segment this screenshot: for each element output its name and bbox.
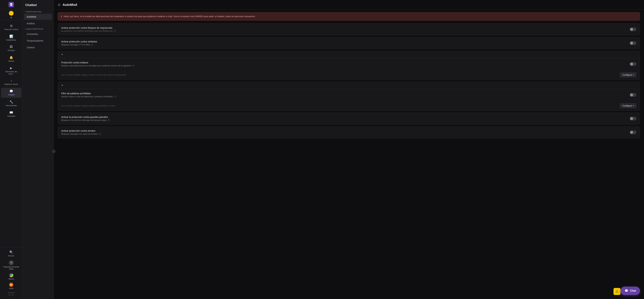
setting-desc-palabras: Mantén limpio tu chat de palabrotas y pa… — [61, 96, 630, 98]
configure-palabras-label: Configure — [622, 104, 632, 107]
faq-icon: ? — [9, 260, 14, 265]
sidebar-nav: ⊞ Panel de Control 📊 Estadísticas 🖼 Over… — [0, 21, 22, 247]
chat-float-label: Chat — [630, 289, 636, 292]
toggle-capslock[interactable] — [630, 28, 636, 31]
toggle-enlaces[interactable] — [630, 62, 636, 66]
chatbot-icon: 💬 — [10, 90, 13, 93]
palabras-desc-text: Mantén limpio tu chat de palabrotas y pa… — [61, 96, 113, 98]
sidebar-label-estadisticas: Estadísticas — [6, 39, 16, 41]
toggle-parrafos[interactable] — [630, 117, 636, 120]
configure-enlaces-button[interactable]: Configure ▾ — [620, 72, 636, 78]
chat-float-button[interactable]: 💬 Chat — [620, 286, 640, 295]
sidebar-item-herramientas[interactable]: 🔧 Herramientas — [1, 98, 22, 108]
sidebar-item-panel-control[interactable]: ⊞ Panel de Control — [1, 22, 22, 32]
enlaces-sub-row: Aún no has añadido ningún enlace a la li… — [58, 70, 640, 80]
main-content: ⊙ AutoMod ℹ Aviso: por favor, no te olvi… — [54, 0, 644, 299]
alert-banner-icon: ℹ — [61, 15, 62, 18]
setting-desc-emotes: Bloquear mensajes con spam de emotes ? — [61, 133, 630, 135]
configure-enlaces-arrow: ▾ — [633, 74, 634, 76]
setting-title-simbolos: Activar protección contra símbolos — [61, 40, 630, 43]
setting-title-emotes: Activar protección contra emotes — [61, 130, 630, 132]
emotes-desc-text: Bloquear mensajes con spam de emotes — [61, 133, 98, 135]
sub-nav-sorteos[interactable]: Sorteos — [24, 44, 52, 50]
palabras-info-icon[interactable]: ? — [114, 96, 116, 98]
lang-label: Idioma — [8, 278, 14, 280]
language-selector[interactable]: 🌐 Idioma — [0, 272, 22, 282]
setting-desc-simbolos: Bloquear mensajes ???!!!!!-filled ? — [61, 44, 630, 46]
enlaces-info-icon[interactable]: ? — [132, 64, 135, 67]
page-header: ⊙ AutoMod — [54, 0, 644, 10]
search-button[interactable]: 🔍 Buscar — [0, 249, 22, 258]
setting-info-capslock: Activar protección contra bloqueo de may… — [61, 26, 630, 32]
sidebar-label-tutoriales: Tutoriales — [7, 115, 15, 117]
parrafos-info-icon[interactable]: ? — [108, 119, 110, 122]
setting-desc-capslock: BLOQUEA A LOS ESPECTADORES QUE ESCRIBEN … — [61, 30, 630, 32]
setting-row-emotes: Activar protección contra emotes Bloquea… — [58, 126, 640, 138]
alert-banner: ℹ Aviso: por favor, no te olvides de dar… — [58, 12, 640, 21]
palabras-sub-row: Aún no has añadido ninguna palabra prohi… — [58, 101, 640, 111]
profile-button[interactable]: ▶ Perfil — [0, 282, 22, 291]
sidebar-label-elementos: Elementos del strea... — [2, 70, 20, 75]
sub-sidebar-title: Chatbot — [23, 0, 54, 10]
setting-info-enlaces: Protección contra enlaces Moderar automá… — [61, 61, 630, 67]
setting-desc-enlaces: Moderar automáticamente los mensajes que… — [61, 64, 630, 67]
capslock-info-icon[interactable]: ? — [114, 30, 116, 32]
alert-float-button[interactable]: ⚠ — [614, 288, 620, 295]
herramientas-icon: 🔧 — [10, 100, 13, 104]
collapsible-header-enlaces[interactable]: ▼ — [58, 51, 640, 58]
sub-nav-temporizadores[interactable]: Temporizadores — [24, 38, 52, 44]
app-logo[interactable] — [8, 2, 14, 7]
sidebar-label-overlays: Overlays — [8, 49, 15, 52]
sub-nav-comandos[interactable]: Comandos — [24, 31, 52, 37]
faq-button[interactable]: ? Preguntas frecuentes (FAQ) — [0, 259, 22, 272]
panel-control-icon: ⊞ — [10, 24, 12, 28]
sidebar-item-chatbot[interactable]: 💬 Chatbot — [1, 88, 22, 98]
sub-sidebar: Chatbot CONFIGURACIÓN AutoMod Análisis C… — [23, 0, 54, 299]
setting-row-enlaces: Protección contra enlaces Moderar automá… — [58, 58, 640, 70]
setting-card-palabras: ▼ Filtro de palabras prohibidas Mantén l… — [58, 82, 640, 111]
sidebar-label-epidemic: Epidemic Sound — [4, 83, 18, 85]
setting-info-palabras: Filtro de palabras prohibidas Mantén lim… — [61, 92, 630, 98]
simbolos-info-icon[interactable]: ? — [91, 44, 93, 46]
toggle-simbolos[interactable] — [630, 41, 636, 45]
sidebar-item-elementos-stream[interactable]: ▶ Elementos del strea... — [1, 64, 22, 77]
toggle-palabras[interactable] — [630, 93, 636, 97]
setting-title-palabras: Filtro de palabras prohibidas — [61, 92, 630, 95]
collapse-sidebar-button[interactable]: 〈 — [52, 150, 56, 153]
logo-area — [0, 0, 22, 9]
setting-desc-parrafos: Bloquea en tu chat los mensajes demasiad… — [61, 119, 630, 122]
collapse-arrow-palabras: ▼ — [61, 84, 63, 86]
toggle-emotes[interactable] — [630, 130, 636, 134]
elementos-icon: ▶ — [10, 66, 12, 70]
capslock-desc-text: BLOQUEA A LOS ESPECTADORES QUE ESCRIBEN … — [61, 30, 113, 32]
setting-row-palabras: Filtro de palabras prohibidas Mantén lim… — [58, 89, 640, 101]
enlaces-desc-text: Moderar automáticamente los mensajes que… — [61, 64, 131, 67]
user-score: 0 — [10, 16, 12, 19]
setting-info-simbolos: Activar protección contra símbolos Bloqu… — [61, 40, 630, 46]
sidebar-label-chatbot: Chatbot — [8, 94, 14, 96]
page-title: AutoMod — [62, 3, 77, 7]
collapse-arrow-enlaces: ▼ — [61, 53, 63, 56]
configure-palabras-button[interactable]: Configure ▾ — [620, 103, 636, 108]
setting-card-simbolos: Activar protección contra símbolos Bloqu… — [58, 37, 640, 49]
main-sidebar: 0 ⊞ Panel de Control 📊 Estadísticas 🖼 Ov… — [0, 0, 23, 299]
setting-row-parrafos: Activar la protección contra grandes pár… — [58, 113, 640, 124]
sidebar-item-tutoriales[interactable]: 📖 Tutoriales — [1, 109, 22, 119]
estadisticas-icon: 📊 — [10, 34, 13, 38]
collapsible-header-palabras[interactable]: ▼ — [58, 82, 640, 89]
setting-card-parrafos: Activar la protección contra grandes pár… — [58, 112, 640, 124]
sidebar-item-alertas[interactable]: 🔔 Alertas — [1, 54, 22, 64]
setting-title-enlaces: Protección contra enlaces — [61, 61, 630, 64]
sidebar-item-epidemic-sound[interactable]: ♪ Epidemic Sound — [1, 77, 22, 87]
setting-card-capslock: Activar protección contra bloqueo de may… — [58, 23, 640, 36]
sidebar-item-estadisticas[interactable]: 📊 Estadísticas — [1, 33, 22, 43]
emotes-info-icon[interactable]: ? — [98, 133, 101, 135]
sub-nav-analisis[interactable]: Análisis — [24, 20, 52, 26]
sidebar-label-alertas: Alertas — [8, 60, 14, 62]
sidebar-bottom: 🔍 Buscar ? Preguntas frecuentes (FAQ) 🌐 … — [0, 247, 22, 299]
setting-card-enlaces: ▼ Protección contra enlaces Moderar auto… — [58, 51, 640, 80]
avatar — [9, 11, 14, 16]
sidebar-item-overlays[interactable]: 🖼 Overlays — [1, 44, 22, 53]
epidemic-icon: ♪ — [10, 79, 12, 82]
sub-nav-automod[interactable]: AutoMod — [24, 14, 52, 20]
